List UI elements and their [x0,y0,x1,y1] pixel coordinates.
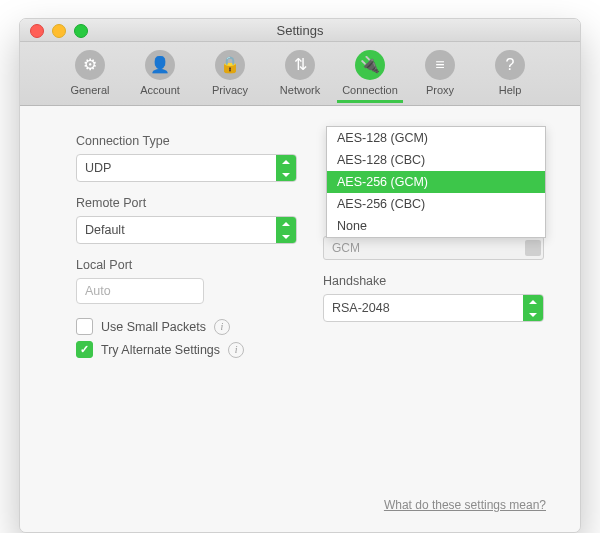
zoom-icon[interactable] [74,24,88,38]
tab-network[interactable]: ⇅Network [267,48,333,103]
use-small-packets-row: Use Small Packets i [76,318,297,335]
tab-general[interactable]: ⚙General [57,48,123,103]
tab-label: Help [477,84,543,96]
tab-privacy[interactable]: 🔒Privacy [197,48,263,103]
cipher-option[interactable]: AES-256 (CBC) [327,193,545,215]
local-port-label: Local Port [76,258,297,272]
minimize-icon[interactable] [52,24,66,38]
connection-type-select[interactable]: UDP [76,154,297,182]
select-stepper-icon [276,155,296,181]
cipher-option[interactable]: AES-128 (GCM) [327,127,545,149]
settings-toolbar: ⚙General👤Account🔒Privacy⇅Network🔌Connect… [20,42,580,106]
connection-type-value: UDP [77,155,276,181]
select-stepper-icon [523,295,543,321]
window-title: Settings [20,23,580,38]
try-alternate-checkbox[interactable] [76,341,93,358]
settings-body: Connection Type UDP Remote Port Default … [20,106,580,532]
general-icon: ⚙ [75,50,105,80]
local-port-placeholder: Auto [85,284,111,298]
try-alternate-label: Try Alternate Settings [101,343,220,357]
account-icon: 👤 [145,50,175,80]
tab-label: Privacy [197,84,263,96]
handshake-label: Handshake [323,274,544,288]
cipher-option[interactable]: None [327,215,545,237]
remote-port-select[interactable]: Default [76,216,297,244]
local-port-input[interactable]: Auto [76,278,204,304]
close-icon[interactable] [30,24,44,38]
info-icon[interactable]: i [214,319,230,335]
use-small-packets-label: Use Small Packets [101,320,206,334]
cipher-select-behind[interactable]: GCM [323,236,544,260]
traffic-lights [30,24,88,38]
help-link[interactable]: What do these settings mean? [384,498,546,512]
settings-window: Settings ⚙General👤Account🔒Privacy⇅Networ… [19,18,581,533]
select-stepper-icon [276,217,296,243]
network-icon: ⇅ [285,50,315,80]
cipher-dropdown[interactable]: AES-128 (GCM)AES-128 (CBC)AES-256 (GCM)A… [326,126,546,238]
try-alternate-row: Try Alternate Settings i [76,341,297,358]
tab-connection[interactable]: 🔌Connection [337,48,403,103]
proxy-icon: ≡ [425,50,455,80]
left-column: Connection Type UDP Remote Port Default … [76,134,297,364]
use-small-packets-checkbox[interactable] [76,318,93,335]
tab-label: Proxy [407,84,473,96]
titlebar: Settings [20,19,580,42]
tab-proxy[interactable]: ≡Proxy [407,48,473,103]
handshake-select[interactable]: RSA-2048 [323,294,544,322]
help-icon: ? [495,50,525,80]
tab-help[interactable]: ?Help [477,48,543,103]
tab-label: Network [267,84,333,96]
remote-port-label: Remote Port [76,196,297,210]
cipher-option[interactable]: AES-128 (CBC) [327,149,545,171]
tab-label: Connection [337,84,403,96]
connection-type-label: Connection Type [76,134,297,148]
info-icon[interactable]: i [228,342,244,358]
tab-label: General [57,84,123,96]
privacy-icon: 🔒 [215,50,245,80]
handshake-value: RSA-2048 [324,295,523,321]
tab-label: Account [127,84,193,96]
cipher-option[interactable]: AES-256 (GCM) [327,171,545,193]
connection-icon: 🔌 [355,50,385,80]
tab-account[interactable]: 👤Account [127,48,193,103]
remote-port-value: Default [77,217,276,243]
right-lower: GCM Handshake RSA-2048 [323,236,544,322]
select-stepper-icon [525,240,541,256]
cipher-ghost-value: GCM [332,241,360,255]
